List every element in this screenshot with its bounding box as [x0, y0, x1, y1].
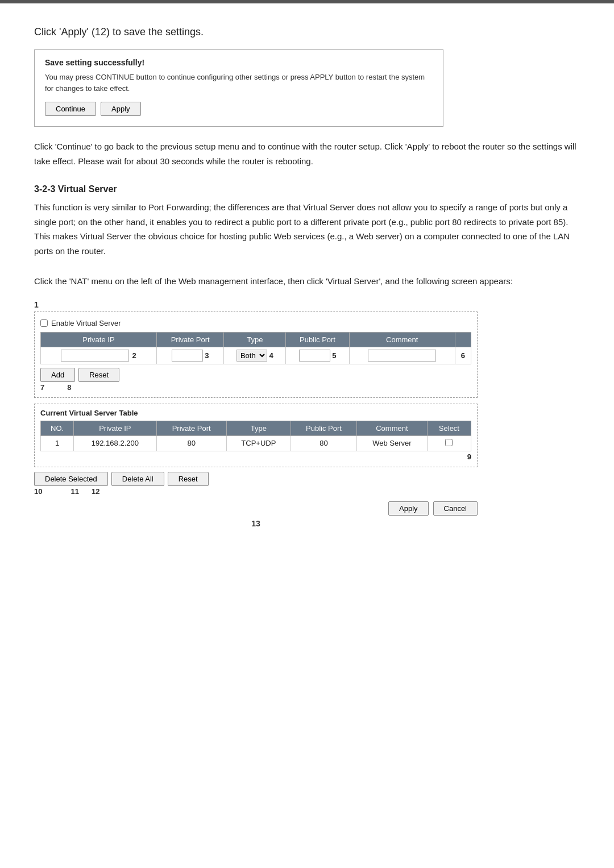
private-ip-input[interactable]: [61, 350, 129, 362]
add-button[interactable]: Add: [40, 368, 75, 382]
label-10: 10: [34, 487, 42, 496]
col-header-empty: [455, 332, 471, 347]
current-virtual-server-table: NO. Private IP Private Port Type Public …: [40, 421, 471, 451]
public-port-cell: 5: [286, 347, 350, 364]
cur-col-type: Type: [226, 421, 291, 435]
enable-virtual-server-label: Enable Virtual Server: [51, 319, 121, 327]
continue-button[interactable]: Continue: [45, 102, 96, 116]
save-box: Save setting successfully! You may press…: [34, 49, 443, 127]
add-reset-row: Add Reset: [40, 368, 471, 382]
virtual-server-container: Enable Virtual Server Private IP Private…: [34, 312, 478, 398]
delete-selected-button[interactable]: Delete Selected: [34, 472, 108, 486]
click-instruction: Click the 'NAT' menu on the left of the …: [34, 274, 580, 289]
cur-col-no: NO.: [41, 421, 74, 435]
col-header-private-ip: Private IP: [41, 332, 157, 347]
label-6-cell: 6: [455, 347, 471, 364]
enable-virtual-server-checkbox[interactable]: [40, 319, 48, 327]
current-table-section: Current Virtual Server Table NO. Private…: [34, 404, 478, 467]
intro-text: Click 'Apply' (12) to save the settings.: [34, 26, 580, 38]
reset-button-bottom[interactable]: Reset: [168, 472, 209, 486]
apply-button-top[interactable]: Apply: [101, 102, 141, 116]
label-8: 8: [67, 383, 71, 392]
cur-col-public-port: Public Port: [291, 421, 357, 435]
footer-num-row: 10 11 12: [34, 487, 478, 496]
reset-button-top[interactable]: Reset: [78, 368, 119, 382]
public-port-input[interactable]: [299, 350, 330, 362]
label-9: 9: [467, 452, 471, 461]
private-port-cell: 3: [156, 347, 224, 364]
private-ip-cell: 2: [41, 347, 157, 364]
col-header-private-port: Private Port: [156, 332, 224, 347]
save-box-description: You may press CONTINUE button to continu…: [45, 72, 433, 94]
delete-all-button[interactable]: Delete All: [111, 472, 164, 486]
cur-col-private-ip: Private IP: [74, 421, 156, 435]
label-4: 4: [269, 351, 273, 360]
cur-col-select: Select: [427, 421, 471, 435]
label-13: 13: [34, 519, 478, 528]
label-3: 3: [205, 351, 209, 360]
label-5: 5: [332, 351, 336, 360]
label-2: 2: [132, 351, 136, 360]
label-7: 7: [40, 383, 44, 392]
type-select[interactable]: Both TCP UDP: [237, 350, 267, 362]
comment-cell: [349, 347, 455, 364]
cell-no: 1: [41, 435, 74, 451]
label-6: 6: [461, 351, 465, 360]
virtual-server-input-table: Private IP Private Port Type Public Port…: [40, 332, 471, 364]
label-11: 11: [70, 487, 78, 496]
bottom-btn-row: Delete Selected Delete All Reset: [34, 472, 478, 486]
cell-comment: Web Server: [356, 435, 427, 451]
cancel-button[interactable]: Cancel: [433, 501, 478, 516]
table-row: 1 192.168.2.200 80 TCP+UDP 80 Web Server: [41, 435, 471, 451]
cur-col-comment: Comment: [356, 421, 427, 435]
save-box-title: Save setting successfully!: [45, 58, 433, 67]
row-select-checkbox[interactable]: [445, 439, 453, 446]
input-row: 2 3 Both TCP UDP 4: [41, 347, 471, 364]
paragraph1: Click 'Continue' to go back to the previ…: [34, 139, 580, 168]
top-border: [0, 0, 614, 3]
cur-col-private-port: Private Port: [156, 421, 226, 435]
type-cell: Both TCP UDP 4: [224, 347, 286, 364]
col-header-public-port: Public Port: [286, 332, 350, 347]
num-row-7-8: 7 8: [40, 383, 471, 392]
private-port-input[interactable]: [172, 350, 203, 362]
section-title: 3-2-3 Virtual Server: [34, 184, 580, 194]
cell-select[interactable]: [427, 435, 471, 451]
label-12: 12: [92, 487, 99, 496]
vs-number-1: 1: [34, 300, 478, 309]
current-table-title: Current Virtual Server Table: [40, 409, 471, 417]
apply-button-bottom[interactable]: Apply: [388, 501, 429, 516]
apply-cancel-row: Apply Cancel: [34, 501, 478, 516]
enable-virtual-server-row: Enable Virtual Server: [40, 319, 471, 327]
comment-input[interactable]: [368, 350, 436, 362]
save-box-buttons: Continue Apply: [45, 102, 433, 116]
cell-public-port: 80: [291, 435, 357, 451]
cell-type: TCP+UDP: [226, 435, 291, 451]
cell-private-ip: 192.168.2.200: [74, 435, 156, 451]
col-header-type: Type: [224, 332, 286, 347]
section-body: This function is very similar to Port Fo…: [34, 200, 580, 258]
col-header-comment: Comment: [349, 332, 455, 347]
cell-private-port: 80: [156, 435, 226, 451]
